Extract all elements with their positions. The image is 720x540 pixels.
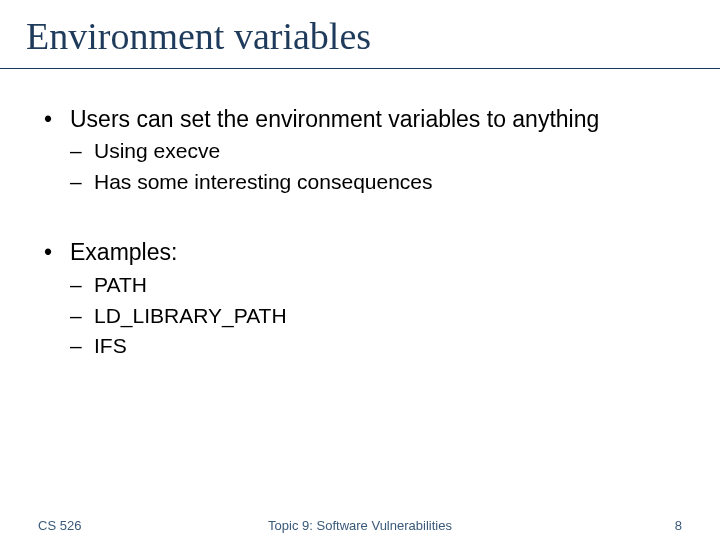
slide-title: Environment variables — [0, 0, 720, 58]
bullet-dash-icon: – — [70, 333, 94, 360]
bullet-dash-icon: – — [70, 138, 94, 165]
bullet-dash-icon: – — [70, 272, 94, 299]
sub-bullet-item: – Has some interesting consequences — [70, 169, 676, 196]
sub-list: – Using execve – Has some interesting co… — [70, 138, 676, 196]
sub-bullet-text: PATH — [94, 272, 676, 299]
bullet-item: • Users can set the environment variable… — [44, 105, 676, 196]
sub-list: – PATH – LD_LIBRARY_PATH – IFS — [70, 272, 676, 361]
footer-page-number: 8 — [675, 518, 682, 533]
slide-body: • Users can set the environment variable… — [0, 69, 720, 360]
bullet-dash-icon: – — [70, 303, 94, 330]
bullet-dot-icon: • — [44, 238, 70, 267]
sub-bullet-text: IFS — [94, 333, 676, 360]
sub-bullet-item: – IFS — [70, 333, 676, 360]
sub-bullet-item: – Using execve — [70, 138, 676, 165]
bullet-text: Users can set the environment variables … — [70, 105, 676, 134]
sub-bullet-text: Using execve — [94, 138, 676, 165]
bullet-dot-icon: • — [44, 105, 70, 134]
bullet-text: Examples: — [70, 238, 676, 267]
sub-bullet-item: – PATH — [70, 272, 676, 299]
footer-center: Topic 9: Software Vulnerabilities — [0, 518, 720, 533]
sub-bullet-item: – LD_LIBRARY_PATH — [70, 303, 676, 330]
bullet-dash-icon: – — [70, 169, 94, 196]
bullet-item: • Examples: – PATH – LD_LIBRARY_PATH – I… — [44, 238, 676, 360]
sub-bullet-text: Has some interesting consequences — [94, 169, 676, 196]
sub-bullet-text: LD_LIBRARY_PATH — [94, 303, 676, 330]
slide: Environment variables • Users can set th… — [0, 0, 720, 540]
